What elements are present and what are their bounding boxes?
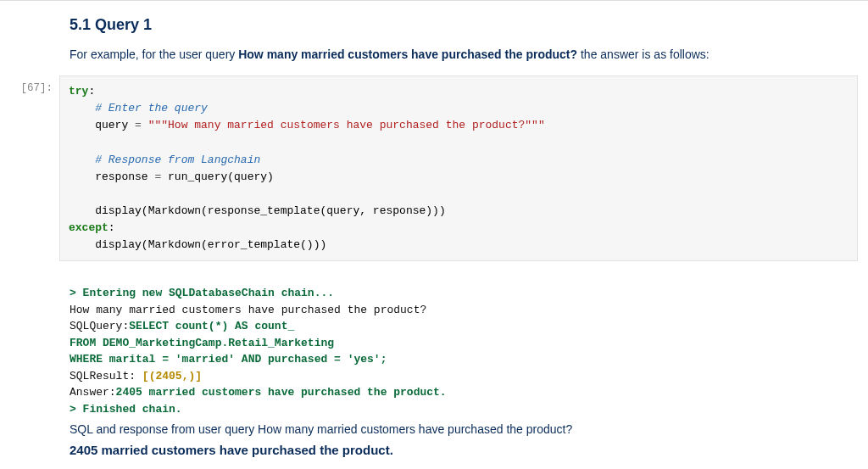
- intro-paragraph: For example, for the user query How many…: [70, 46, 858, 64]
- out-sql-line3: WHERE marital = 'married' AND purchased …: [70, 353, 387, 366]
- var-query: query: [95, 119, 135, 131]
- intro-bold: How many married customers have purchase…: [238, 47, 577, 61]
- markdown-answer: 2405 married customers have purchased th…: [70, 443, 858, 457]
- colon2: :: [108, 221, 115, 234]
- call-display: display(Markdown(response_template(query…: [95, 204, 445, 217]
- top-divider: [0, 0, 868, 1]
- comment-response: # Response from Langchain: [95, 154, 260, 166]
- out-finished-chain: > Finished chain.: [70, 403, 182, 416]
- code-cell: [67]: try: # Enter the query query = """…: [10, 75, 858, 261]
- kw-except: except: [69, 221, 108, 234]
- out-enter-chain: > Entering new SQLDatabaseChain chain...: [70, 287, 334, 299]
- var-response: response: [95, 170, 154, 183]
- intro-prefix: For example, for the user query: [70, 47, 238, 61]
- out-answer-label: Answer:: [70, 386, 116, 399]
- out-sqlquery-label: SQLQuery:: [70, 320, 129, 332]
- output-block: > Entering new SQLDatabaseChain chain...…: [70, 285, 858, 469]
- call-display-error: display(Markdown(error_template())): [95, 238, 326, 251]
- out-sql-line1: SELECT count(*) AS count_: [129, 320, 294, 332]
- call-runquery: run_query(query): [161, 170, 274, 183]
- kw-try: try: [69, 85, 88, 98]
- markdown-caption: SQL and response from user query How man…: [70, 422, 858, 436]
- notebook-section: 5.1 Query 1 For example, for the user qu…: [0, 16, 868, 469]
- out-sql-line2: FROM DEMO_MarketingCamp.Retail_Marketing: [70, 337, 334, 349]
- cell-prompt: [67]:: [10, 75, 59, 94]
- op-eq: =: [135, 119, 142, 131]
- comment-enter-query: # Enter the query: [95, 102, 208, 114]
- str-query: """How many married customers have purch…: [142, 119, 545, 131]
- section-heading: 5.1 Query 1: [70, 16, 858, 34]
- colon: :: [88, 85, 95, 98]
- out-sqlresult-label: SQLResult:: [70, 370, 142, 382]
- intro-suffix: the answer is as follows:: [577, 47, 709, 61]
- out-question: How many married customers have purchase…: [70, 304, 426, 316]
- output-stream: > Entering new SQLDatabaseChain chain...…: [70, 285, 858, 417]
- out-answer-text: 2405 married customers have purchased th…: [116, 386, 447, 399]
- code-input-area[interactable]: try: # Enter the query query = """How ma…: [59, 75, 858, 261]
- out-sqlresult-value: [(2405,)]: [142, 370, 202, 382]
